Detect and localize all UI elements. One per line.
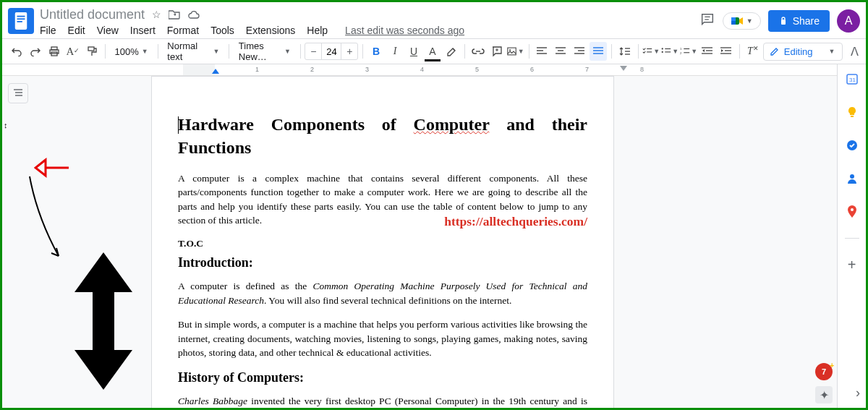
highlight-button[interactable] xyxy=(443,42,460,61)
font-size-increase[interactable]: + xyxy=(341,46,357,57)
align-left-button[interactable] xyxy=(533,42,550,61)
font-size-decrease[interactable]: − xyxy=(305,46,321,57)
svg-rect-1 xyxy=(17,16,25,17)
svg-rect-2 xyxy=(17,18,25,20)
svg-text:31: 31 xyxy=(849,77,856,83)
menu-extensions[interactable]: Extensions xyxy=(246,25,295,36)
indent-increase-button[interactable] xyxy=(718,42,735,61)
doc-paragraph[interactable]: A computer is defined as the Common Oper… xyxy=(178,279,587,307)
doc-heading-1[interactable]: Hardware Components of Computer and thei… xyxy=(178,113,587,160)
side-panel: 31 + › xyxy=(837,64,866,408)
menu-insert[interactable]: Insert xyxy=(130,25,156,36)
menu-tools[interactable]: Tools xyxy=(210,25,234,36)
maps-icon[interactable] xyxy=(845,205,859,219)
collapse-toolbar-button[interactable]: ᐱ xyxy=(848,45,860,59)
font-size-input[interactable]: 24 xyxy=(321,43,341,59)
last-edit-link[interactable]: Last edit was seconds ago xyxy=(345,25,464,36)
svg-rect-9 xyxy=(781,20,786,25)
meet-button[interactable]: ▼ xyxy=(723,12,761,30)
share-label: Share xyxy=(793,15,820,27)
svg-rect-8 xyxy=(731,21,736,25)
text-color-button[interactable]: A xyxy=(424,42,441,61)
align-center-button[interactable] xyxy=(552,42,569,61)
add-comment-button[interactable] xyxy=(488,42,506,61)
insert-image-button[interactable]: ▼ xyxy=(507,42,524,61)
checklist-button[interactable]: ▼ xyxy=(642,42,660,61)
bullet-list-button[interactable]: ▼ xyxy=(661,42,678,61)
comment-history-icon[interactable] xyxy=(699,12,715,31)
svg-rect-13 xyxy=(88,47,94,51)
spellcheck-button[interactable]: A✓ xyxy=(64,42,82,61)
align-justify-button[interactable] xyxy=(590,42,607,61)
add-addon-icon[interactable]: + xyxy=(845,257,859,272)
share-button[interactable]: Share xyxy=(768,10,830,32)
menu-file[interactable]: File xyxy=(40,25,56,36)
paint-format-button[interactable] xyxy=(83,42,101,61)
print-button[interactable] xyxy=(46,42,63,61)
styles-select[interactable]: Normal text▼ xyxy=(162,38,224,65)
doc-heading-history[interactable]: History of Computers: xyxy=(178,370,587,385)
menu-help[interactable]: Help xyxy=(307,25,328,36)
align-right-button[interactable] xyxy=(571,42,588,61)
font-select[interactable]: Times New…▼ xyxy=(234,38,296,65)
svg-rect-7 xyxy=(731,17,736,21)
explore-button[interactable]: ✦ xyxy=(815,386,833,403)
editing-mode-select[interactable]: Editing▼ xyxy=(763,43,843,61)
move-icon[interactable] xyxy=(169,9,180,20)
svg-point-58 xyxy=(851,208,854,211)
toolbar: A✓ 100%▼ Normal text▼ Times New…▼ − 24 +… xyxy=(2,38,866,64)
numbered-list-button[interactable]: 12▼ xyxy=(680,42,697,61)
contacts-icon[interactable] xyxy=(845,171,859,186)
calendar-icon[interactable]: 31 xyxy=(845,72,859,86)
doc-heading-intro[interactable]: Introduction: xyxy=(178,255,587,270)
menu-edit[interactable]: Edit xyxy=(68,25,85,36)
tasks-icon[interactable] xyxy=(845,138,859,153)
line-spacing-button[interactable] xyxy=(616,42,634,61)
chevron-down-icon: ▼ xyxy=(746,17,753,25)
bold-button[interactable]: B xyxy=(367,42,385,61)
resize-cursor-icon: ↕ xyxy=(4,121,8,129)
menu-view[interactable]: View xyxy=(97,25,119,36)
italic-button[interactable]: I xyxy=(386,42,404,61)
svg-point-57 xyxy=(850,174,854,179)
svg-rect-3 xyxy=(17,21,22,22)
watermark-url: https://alltechqueries.com/ xyxy=(444,214,587,229)
vertical-ruler[interactable]: ↕ xyxy=(2,76,12,408)
svg-point-36 xyxy=(662,48,663,49)
svg-text:1: 1 xyxy=(680,47,682,51)
hide-side-panel-button[interactable]: › xyxy=(856,385,860,401)
account-avatar[interactable]: A xyxy=(837,9,860,33)
clear-formatting-button[interactable]: T✕ xyxy=(744,42,762,61)
svg-rect-55 xyxy=(851,116,854,117)
docs-app-icon[interactable] xyxy=(8,8,34,34)
underline-button[interactable]: U xyxy=(405,42,422,61)
star-icon[interactable]: ☆ xyxy=(152,9,161,20)
document-title[interactable]: Untitled document xyxy=(40,7,145,22)
insert-link-button[interactable] xyxy=(469,42,487,61)
svg-point-38 xyxy=(662,51,663,53)
zoom-select[interactable]: 100%▼ xyxy=(110,43,153,60)
indent-decrease-button[interactable] xyxy=(699,42,716,61)
notification-badge[interactable]: 7 xyxy=(815,363,833,380)
svg-rect-17 xyxy=(507,48,515,55)
menu-format[interactable]: Format xyxy=(167,25,199,36)
doc-toc-label[interactable]: T.O.C xyxy=(178,238,587,249)
undo-button[interactable] xyxy=(8,42,25,61)
svg-point-18 xyxy=(509,49,511,51)
keep-icon[interactable] xyxy=(845,105,859,119)
horizontal-ruler[interactable]: 1 2 3 4 5 6 7 8 xyxy=(2,64,837,76)
doc-paragraph[interactable]: But in simple words, a computer is a mac… xyxy=(178,317,587,360)
cloud-status-icon[interactable] xyxy=(187,10,200,19)
document-page[interactable]: Hardware Components of Computer and thei… xyxy=(151,76,614,408)
svg-text:2: 2 xyxy=(680,51,682,55)
redo-button[interactable] xyxy=(27,42,44,61)
doc-paragraph[interactable]: Charles Babbage invented the very first … xyxy=(178,394,587,408)
menu-bar: File Edit View Insert Format Tools Exten… xyxy=(40,24,694,37)
